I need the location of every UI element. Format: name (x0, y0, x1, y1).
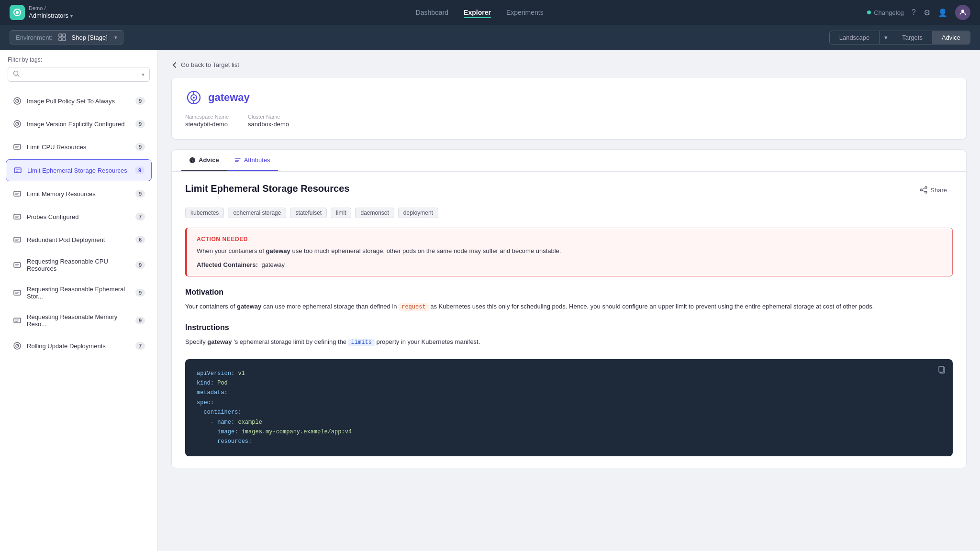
target-header: gateway (185, 89, 953, 106)
logo-area: Demo / Administrators ▾ (10, 5, 73, 20)
sidebar-item-icon (12, 260, 22, 270)
sidebar-item-label: Requesting Reasonable Memory Reso... (27, 313, 131, 328)
tab-advice[interactable]: Advice (181, 150, 227, 171)
logo-text: Demo / Administrators ▾ (29, 5, 73, 20)
landscape-split-btn[interactable]: ▾ (879, 31, 892, 44)
sidebar-item-probes[interactable]: Probes Configured 7 (6, 206, 152, 227)
cluster-meta: Cluster Name sandbox-demo (248, 114, 289, 128)
svg-rect-15 (14, 168, 21, 173)
svg-point-13 (17, 123, 18, 124)
svg-point-30 (925, 187, 927, 188)
svg-point-10 (17, 100, 18, 101)
share-button[interactable]: Share (914, 183, 953, 197)
sidebar-item-badge: 7 (135, 342, 145, 350)
sidebar-item-badge: 9 (135, 289, 145, 297)
sidebar-item-badge: 7 (135, 213, 145, 220)
target-icon (185, 89, 202, 106)
sidebar-item-requesting-cpu[interactable]: Requesting Reasonable CPU Resources 9 (6, 252, 152, 278)
svg-point-31 (925, 191, 927, 193)
nav-explorer[interactable]: Explorer (464, 7, 491, 18)
sidebar-item-limit-memory[interactable]: Limit Memory Resources 9 (6, 183, 152, 204)
sidebar-item-rolling-update[interactable]: Rolling Update Deployments 7 (6, 335, 152, 356)
sidebar-item-badge: 9 (135, 166, 145, 174)
sidebar-item-requesting-memory[interactable]: Requesting Reasonable Memory Reso... 9 (6, 308, 152, 333)
svg-rect-21 (14, 318, 21, 323)
role-selector[interactable]: Administrators ▾ (29, 12, 73, 20)
instructions-gateway: gateway (207, 338, 232, 345)
sidebar-item-image-version[interactable]: Image Version Explicitly Configured 9 (6, 113, 152, 134)
help-icon[interactable]: ? (912, 8, 916, 17)
code-content: apiVersion: v1 kind: Pod metadata: spec:… (197, 369, 941, 447)
svg-rect-18 (14, 237, 21, 242)
sidebar-item-icon (12, 316, 22, 325)
svg-rect-4 (63, 34, 66, 37)
sidebar-list: Image Pull Policy Set To Always 9 Image … (0, 87, 157, 551)
main-content: Go back to Target list gateway (158, 50, 980, 551)
sidebar-item-badge: 9 (135, 120, 145, 128)
action-gateway: gateway (266, 247, 290, 254)
sidebar-item-redundant-pod[interactable]: Redundant Pod Deployment 6 (6, 229, 152, 250)
action-text: When your containers of gateway use too … (197, 246, 943, 256)
targets-btn[interactable]: Targets (892, 31, 932, 44)
detail-tabs: Advice Attributes (172, 150, 966, 172)
sidebar-item-label: Requesting Reasonable Ephemeral Stor... (27, 286, 131, 300)
sidebar-item-badge: 9 (135, 190, 145, 198)
sidebar-item-limit-ephemeral[interactable]: Limit Ephemeral Storage Resources 9 (6, 159, 152, 181)
tab-attributes[interactable]: Attributes (227, 150, 278, 171)
advice-btn[interactable]: Advice (932, 31, 970, 44)
motivation-gateway: gateway (237, 303, 261, 310)
filter-input-wrap: ▾ (8, 67, 150, 82)
motivation-text: Your containers of gateway can use more … (185, 301, 953, 312)
sidebar-item-label: Probes Configured (27, 213, 131, 220)
sidebar-item-icon (12, 189, 22, 198)
target-meta: Namespace Name steadybit-demo Cluster Na… (185, 114, 953, 128)
svg-rect-19 (14, 263, 21, 267)
sidebar-item-limit-cpu[interactable]: Limit CPU Resources 9 (6, 136, 152, 157)
instructions-title: Instructions (185, 323, 953, 332)
target-card: gateway Namespace Name steadybit-demo Cl… (171, 77, 967, 140)
svg-point-27 (193, 97, 195, 99)
sidebar-item-badge: 9 (135, 97, 145, 105)
sidebar-item-badge: 9 (135, 143, 145, 151)
svg-point-2 (961, 10, 964, 12)
sidebar-item-requesting-ephemeral[interactable]: Requesting Reasonable Ephemeral Stor... … (6, 280, 152, 306)
settings-icon[interactable]: ⚙ (924, 8, 930, 17)
tag-deployment: deployment (398, 208, 438, 218)
advice-title: Limit Ephemeral Storage Resources (185, 183, 349, 194)
tag-kubernetes: kubernetes (185, 208, 224, 218)
motivation-code: request (399, 303, 428, 311)
tags-list: kubernetes ephemeral storage statefulset… (185, 208, 953, 218)
svg-rect-14 (14, 144, 21, 149)
copy-button[interactable] (937, 365, 946, 375)
detail-body: Limit Ephemeral Storage Resources Share … (172, 172, 966, 468)
namespace-meta: Namespace Name steadybit-demo (185, 114, 229, 128)
filter-chevron-icon[interactable]: ▾ (142, 71, 145, 78)
filter-input[interactable] (22, 71, 139, 78)
changelog-button[interactable]: Changelog (867, 9, 904, 16)
sidebar-item-icon (12, 288, 22, 298)
sidebar-item-label: Rolling Update Deployments (27, 342, 131, 350)
detail-card: Advice Attributes Limit Ephemeral Storag… (171, 149, 967, 468)
back-link[interactable]: Go back to Target list (171, 61, 967, 68)
nav-dashboard[interactable]: Dashboard (416, 7, 449, 18)
user-icon[interactable]: 👤 (938, 8, 947, 17)
svg-point-1 (16, 11, 19, 14)
tag-daemonset: daemonset (355, 208, 394, 218)
nav-right: Changelog ? ⚙ 👤 (867, 5, 970, 20)
sidebar-item-image-pull-policy[interactable]: Image Pull Policy Set To Always 9 (6, 90, 152, 111)
sidebar-item-label: Requesting Reasonable CPU Resources (27, 258, 131, 272)
avatar[interactable] (955, 5, 970, 20)
landscape-btn[interactable]: Landscape (830, 31, 880, 44)
toolbar: Environment: Shop [Stage] ▾ Landscape ▾ … (0, 25, 980, 50)
nav-links: Dashboard Explorer Experiments (92, 7, 867, 18)
nav-experiments[interactable]: Experiments (506, 7, 544, 18)
env-chevron: ▾ (114, 34, 117, 41)
sidebar-item-icon (12, 142, 22, 152)
sidebar-item-badge: 6 (135, 236, 145, 243)
svg-rect-20 (14, 290, 21, 295)
svg-rect-17 (14, 214, 21, 219)
sidebar-item-label: Limit Memory Resources (27, 190, 131, 198)
environment-selector[interactable]: Environment: Shop [Stage] ▾ (10, 30, 123, 44)
svg-point-24 (17, 345, 18, 346)
sidebar-item-icon (12, 235, 22, 244)
